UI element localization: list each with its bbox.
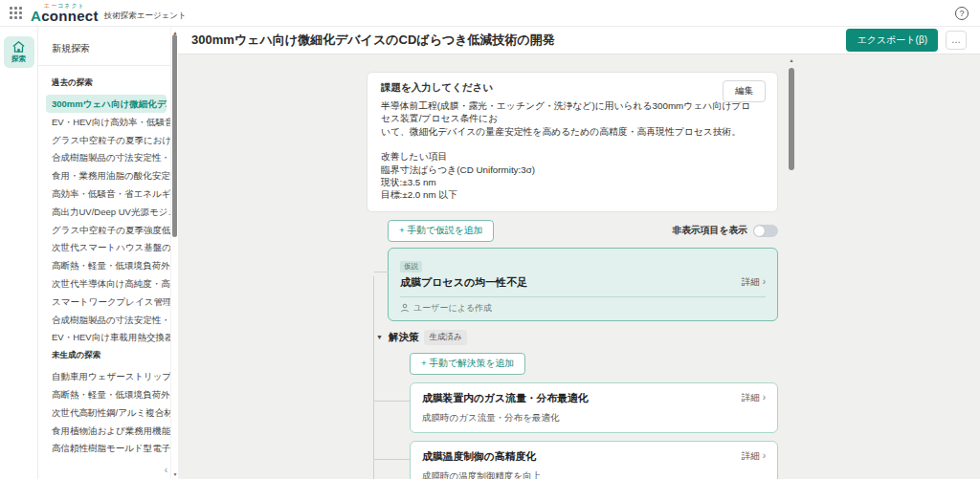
sidebar-item[interactable]: 次世代半導体向け高純度・高信頼… (38, 274, 170, 293)
solutions-label: 解決策 (389, 331, 419, 344)
sidebar-section-label: 過去の探索 (38, 74, 170, 95)
challenge-body: 半導体前工程(成膜・露光・エッチング・洗浄など)に用いられる300mmウェハ向け… (381, 99, 754, 202)
sidebar-scrollbar[interactable]: ▲ ▼ (170, 27, 178, 479)
add-solution-button[interactable]: + 手動で解決策を追加 (410, 353, 525, 375)
app-grid-icon[interactable] (10, 7, 22, 19)
rail-explore-label: 探索 (4, 54, 34, 64)
export-button[interactable]: エクスポート(β) (846, 29, 938, 52)
challenge-panel: 課題を入力してください 編集 半導体前工程(成膜・露光・エッチング・洗浄など)に… (367, 72, 778, 212)
help-icon[interactable]: ? (955, 7, 969, 20)
content-area: 課題を入力してください 編集 半導体前工程(成膜・露光・エッチング・洗浄など)に… (178, 54, 980, 479)
solution-detail-link[interactable]: 詳細› (742, 450, 766, 463)
sidebar-divider (38, 65, 170, 66)
sidebar-item[interactable]: 高信頼性樹脂モールド型電子部品… (38, 439, 170, 456)
hypothesis-title: 成膜プロセスの均一性不足 (400, 275, 742, 290)
hypothesis-badge: 仮説 (400, 261, 422, 272)
show-hidden-label: 非表示項目を表示 (672, 225, 747, 237)
sidebar-item[interactable]: 300mmウェハ向け微細化デバイ… (46, 95, 167, 113)
add-hypothesis-button[interactable]: + 手動で仮説を追加 (388, 220, 494, 242)
sidebar-item[interactable]: 高出力UV/Deep UV光源モジュー… (38, 203, 170, 221)
solution-card-list: 成膜装置内のガス流量・分布最適化詳細›成膜時のガス流量・分布を最適化成膜温度制御… (388, 382, 778, 479)
sidebar-item[interactable]: 食用植物油および業務用機能性油… (38, 422, 170, 440)
sidebar-item[interactable]: 高効率・低騒音・省エネルギー電… (38, 185, 170, 203)
sidebar-item[interactable]: 高断熱・軽量・低環境負荷外壁パ… (38, 256, 170, 274)
sidebar-scroll: 過去の探索300mmウェハ向け微細化デバイ…EV・HEV向け高効率・低騒音・…グ… (38, 74, 170, 456)
chevron-right-icon: › (763, 392, 766, 403)
solution-title: 成膜温度制御の高精度化 (422, 450, 742, 464)
nav-rail: 探索 (0, 27, 38, 479)
new-search-button[interactable]: 新規探索 (38, 36, 170, 65)
sidebar-item[interactable]: スマートワークプレイス管理シス… (38, 293, 170, 311)
solutions-section-header: ▼ 解決策 生成済み (376, 330, 778, 345)
hypothesis-card[interactable]: 仮説 成膜プロセスの均一性不足 詳細› ユーザーによる作成 (388, 248, 778, 321)
sidebar-collapse-icon[interactable]: ‹ (165, 466, 167, 475)
solutions-status-badge: 生成済み (424, 330, 466, 345)
sidebar-item[interactable]: グラス中空粒子の夏季における強… (38, 131, 170, 149)
more-options-button[interactable]: … (946, 31, 967, 50)
solution-detail-link[interactable]: 詳細› (742, 392, 766, 404)
hypothesis-tree: 仮説 成膜プロセスの均一性不足 詳細› ユーザーによる作成 ▼ (388, 248, 778, 479)
main-header: 300mmウェハ向け微細化デバイスのCDばらつき低減技術の開発 エクスポート(β… (178, 27, 980, 54)
tree-connector (373, 276, 374, 479)
solution-description: 成膜時のガス流量・分布を最適化 (422, 412, 766, 425)
sidebar-item[interactable]: EV・HEV向け車載用熱交換器の… (38, 328, 170, 346)
chevron-right-icon: › (763, 276, 766, 287)
hypothesis-author: ユーザーによる作成 (400, 296, 766, 320)
sidebar-item[interactable]: グラス中空粒子の夏季強度低下の… (38, 221, 170, 239)
sidebar-scrollbar-thumb[interactable] (172, 34, 177, 237)
app-logo: エーコネクト Aconnect 技術探索エージェント (31, 3, 187, 24)
edit-button[interactable]: 編集 (723, 80, 766, 102)
sidebar-item[interactable]: EV・HEV向け高効率・低騒音・… (38, 113, 170, 131)
caret-down-icon[interactable]: ▼ (376, 334, 383, 340)
sidebar: 新規探索 過去の探索300mmウェハ向け微細化デバイ…EV・HEV向け高効率・低… (38, 27, 170, 479)
content-scrollbar-thumb[interactable] (789, 68, 794, 170)
solution-card[interactable]: 成膜温度制御の高精度化詳細›成膜時の温度制御精度を向上 (410, 441, 778, 479)
challenge-title: 課題を入力してください (381, 81, 764, 95)
solution-title: 成膜装置内のガス流量・分布最適化 (422, 392, 742, 405)
hypothesis-detail-link[interactable]: 詳細› (742, 276, 766, 289)
sidebar-item[interactable]: 自動車用ウェザーストリップの高… (38, 367, 170, 385)
sidebar-item[interactable]: 合成樹脂製品の寸法安定性・長寿… (38, 148, 170, 166)
solution-description: 成膜時の温度制御精度を向上 (422, 470, 766, 479)
sidebar-item[interactable]: 合成樹脂製品の寸法安定性・長寿… (38, 311, 170, 329)
page-title: 300mmウェハ向け微細化デバイスのCDばらつき低減技術の開発 (191, 32, 838, 49)
app-subtitle: 技術探索エージェント (104, 11, 187, 24)
sidebar-item[interactable]: 高断熱・軽量・低環境負荷外壁パ… (38, 385, 170, 403)
sidebar-item[interactable]: 次世代高靭性鋼/アルミ複合材料… (38, 403, 170, 422)
person-icon (400, 303, 410, 313)
sidebar-item[interactable]: 食用・業務用油脂の酸化安定性・… (38, 166, 170, 185)
show-hidden-toggle[interactable] (753, 225, 778, 237)
top-header: エーコネクト Aconnect 技術探索エージェント ? (0, 0, 980, 27)
scroll-up-icon[interactable]: ▲ (788, 57, 795, 63)
chevron-right-icon: › (763, 450, 766, 461)
sidebar-section-label: 未生成の探索 (38, 346, 170, 367)
sidebar-item[interactable]: 次世代スマートハウス基盤の最適… (38, 238, 170, 256)
rail-item-explore[interactable]: 探索 (4, 36, 34, 68)
solution-card[interactable]: 成膜装置内のガス流量・分布最適化詳細›成膜時のガス流量・分布を最適化 (410, 382, 778, 433)
content-scrollbar[interactable]: ▲ (788, 57, 795, 478)
home-icon (12, 41, 25, 53)
